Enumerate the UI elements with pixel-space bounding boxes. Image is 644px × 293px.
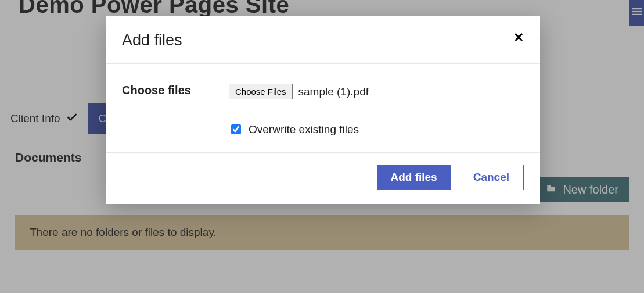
modal-body: Choose files Choose Files sample (1).pdf… (106, 64, 540, 152)
modal-footer: Add files Cancel (106, 152, 540, 204)
selected-file-name: sample (1).pdf (298, 85, 369, 98)
add-files-button[interactable]: Add files (377, 165, 450, 190)
close-icon[interactable]: ✕ (513, 31, 524, 44)
overwrite-label: Overwrite existing files (249, 123, 359, 136)
cancel-button[interactable]: Cancel (459, 165, 524, 190)
overwrite-row: Overwrite existing files (229, 123, 524, 136)
choose-files-row: Choose files Choose Files sample (1).pdf (122, 84, 524, 99)
file-input-group: Choose Files sample (1).pdf (229, 84, 369, 99)
modal-title: Add files (122, 31, 182, 49)
add-files-modal: Add files ✕ Choose files Choose Files sa… (106, 16, 540, 204)
overwrite-checkbox[interactable] (231, 124, 241, 134)
choose-files-label: Choose files (122, 84, 229, 97)
choose-files-button[interactable]: Choose Files (229, 84, 293, 99)
modal-header: Add files ✕ (106, 16, 540, 64)
